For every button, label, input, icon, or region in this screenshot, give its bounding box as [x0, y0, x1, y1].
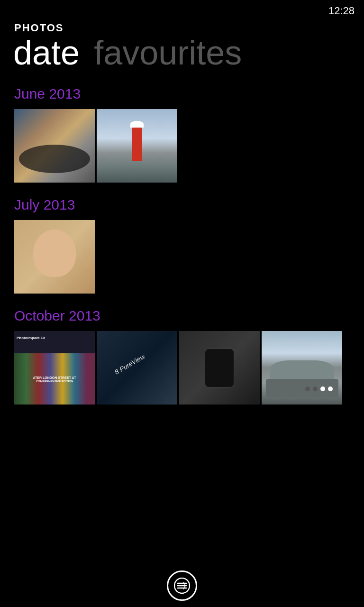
sunglasses-image: [14, 109, 95, 183]
section-label-july: July 2013: [0, 183, 364, 220]
dot-3: [320, 386, 325, 391]
menu-icon: [174, 578, 190, 594]
tab-date[interactable]: date: [13, 34, 80, 72]
photo-dots: [305, 386, 333, 391]
clock: 12:28: [328, 5, 355, 17]
photo-sunglasses[interactable]: [14, 109, 95, 183]
dot-4: [328, 386, 333, 391]
menu-button[interactable]: [167, 570, 197, 601]
london-text: ATER LONDON STREET ATCOMPREHENSIVE EDITI…: [17, 376, 92, 383]
car-image: [262, 331, 342, 405]
section-label-october: October 2013: [0, 294, 364, 331]
section-july-2013: July 2013: [0, 183, 364, 294]
photo-lighthouse[interactable]: [97, 109, 177, 183]
tab-favourites[interactable]: favourites: [94, 34, 242, 72]
dot-2: [313, 386, 318, 391]
pureview-image: [97, 331, 177, 405]
device-image: [179, 331, 260, 405]
section-label-june: June 2013: [0, 72, 364, 109]
child-image: [14, 220, 95, 294]
tabs-container: date favourites: [0, 34, 364, 72]
lighthouse-image: [97, 109, 177, 183]
photo-device[interactable]: [179, 331, 260, 405]
dot-1: [305, 386, 310, 391]
app-title: PHOTOS: [0, 19, 364, 34]
books-text: PhotoImpact 10: [17, 336, 45, 340]
photo-pureview[interactable]: [97, 331, 177, 405]
photo-books[interactable]: PhotoImpact 10 ATER LONDON STREET ATCOMP…: [14, 331, 95, 405]
photo-grid-october: PhotoImpact 10 ATER LONDON STREET ATCOMP…: [0, 331, 364, 405]
section-october-2013: October 2013 PhotoImpact 10 ATER LONDON …: [0, 294, 364, 405]
photo-car[interactable]: [262, 331, 342, 405]
bottom-nav: [0, 564, 364, 607]
photo-grid-june: [0, 109, 364, 183]
section-june-2013: June 2013: [0, 72, 364, 183]
status-bar: 12:28: [0, 0, 364, 19]
books-image: PhotoImpact 10 ATER LONDON STREET ATCOMP…: [14, 331, 95, 405]
photo-child[interactable]: [14, 220, 95, 294]
photo-grid-july: [0, 220, 364, 294]
